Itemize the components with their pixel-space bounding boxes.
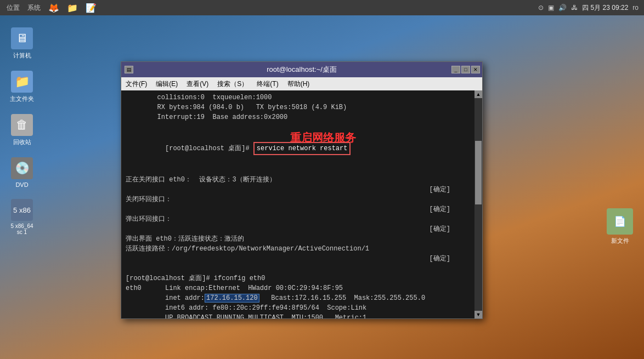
newfile-icon: 📄 bbox=[607, 208, 633, 235]
desktop-icon-home[interactable]: 📁 主文件夹 bbox=[2, 71, 42, 103]
line-17: inet addr:172.16.15.120 Bcast:172.16.15.… bbox=[126, 293, 472, 303]
taskbar-left: 位置 系统 🦊 📁 📝 bbox=[0, 2, 99, 14]
menu-terminal[interactable]: 终端(T) bbox=[252, 78, 283, 90]
taskbar-right: ⊙ ▣ 🔊 🖧 四 5月 23 09:22 ro bbox=[538, 3, 644, 13]
ip-address: 172.16.15.120 bbox=[205, 294, 259, 303]
annotation-label: 重启网络服务 bbox=[290, 129, 356, 146]
line-2: RX bytes:984 (984.0 b) TX bytes:5018 (4.… bbox=[126, 102, 472, 112]
line-9: 弹出环回接口： bbox=[126, 214, 472, 224]
scroll-thumb bbox=[475, 141, 482, 204]
line-3: Interrupt:19 Base address:0x2000 bbox=[126, 112, 472, 122]
desktop-icon-trash-label: 回收站 bbox=[13, 138, 31, 146]
line-12: 活跃连接路径：/org/freedesktop/NetworkManager/A… bbox=[126, 244, 472, 254]
terminal-title: root@localhost:~/桌面 bbox=[267, 65, 337, 75]
menu-search[interactable]: 搜索（S） bbox=[213, 78, 252, 90]
desktop-icon-dvd-label: DVD bbox=[15, 181, 28, 188]
line-18: inet6 addr: fe80::20c:29ff:fe94:8f95/64 … bbox=[126, 303, 472, 313]
line-cmd: [root@localhost 桌面]# service network res… bbox=[126, 132, 472, 175]
tray-icon-1: ⊙ bbox=[538, 4, 544, 12]
desktop-icon-newfile-label: 新文件 bbox=[611, 237, 629, 245]
menu-help[interactable]: 帮助(H) bbox=[283, 78, 314, 90]
username: ro bbox=[632, 4, 639, 12]
computer-icon: 🖥 bbox=[11, 27, 33, 49]
prompt-1: [root@localhost 桌面]# bbox=[165, 145, 253, 152]
window-controls: _ □ ✕ bbox=[451, 66, 480, 73]
line-16: eth0 Link encap:Ethernet HWaddr 00:0C:29… bbox=[126, 283, 472, 293]
system-clock: 四 5月 23 09:22 bbox=[582, 3, 628, 13]
line-1: collisions:0 txqueuelen:1000 bbox=[126, 93, 472, 102]
firefox-icon[interactable]: 🦊 bbox=[46, 2, 61, 14]
line-6: [确定] bbox=[126, 185, 472, 195]
line-8: [确定] bbox=[126, 204, 472, 214]
terminal-content: collisions:0 txqueuelen:1000 RX bytes:98… bbox=[121, 90, 482, 318]
menu-edit[interactable]: 编辑(E) bbox=[151, 78, 182, 90]
trash-icon: 🗑 bbox=[11, 114, 33, 136]
confirm-2: [确定] bbox=[430, 206, 450, 213]
terminal-icon: ▤ bbox=[125, 66, 133, 73]
desktop: 位置 系统 🦊 📁 📝 ⊙ ▣ 🔊 🖧 四 5月 23 09:22 ro 🖥 计… bbox=[0, 0, 644, 359]
minimize-button[interactable]: _ bbox=[451, 66, 460, 73]
desktop-icon-disk[interactable]: 5 x86 5 x86_64sc 1 bbox=[2, 199, 42, 235]
close-button[interactable]: ✕ bbox=[471, 66, 480, 73]
dvd-icon: 💿 bbox=[11, 157, 33, 179]
confirm-1: [确定] bbox=[430, 186, 450, 193]
line-5: 正在关闭接口 eth0： 设备状态：3（断开连接） bbox=[126, 175, 472, 185]
terminal-titlebar: ▤ root@localhost:~/桌面 _ □ ✕ bbox=[121, 62, 482, 77]
confirm-3: [确定] bbox=[430, 225, 450, 233]
desktop-icons-left: 🖥 计算机 📁 主文件夹 🗑 回收站 💿 DVD 5 x86 5 x86_64s… bbox=[0, 22, 44, 235]
line-19: UP BROADCAST RUNNING MULTICAST MTU:1500 … bbox=[126, 313, 472, 318]
terminal-scrollbar[interactable]: ▲ ▼ bbox=[474, 90, 482, 318]
line-10: [确定] bbox=[126, 224, 472, 234]
confirm-4: [确定] bbox=[430, 255, 450, 263]
desktop-icon-computer-label: 计算机 bbox=[13, 52, 31, 60]
tray-icon-2: ▣ bbox=[548, 4, 554, 12]
desktop-icon-home-label: 主文件夹 bbox=[10, 95, 34, 103]
tray-volume: 🔊 bbox=[558, 4, 567, 12]
line-13: [确定] bbox=[126, 254, 472, 264]
maximize-button[interactable]: □ bbox=[461, 66, 470, 73]
texteditor-icon[interactable]: 📝 bbox=[83, 2, 99, 14]
taskbar-top: 位置 系统 🦊 📁 📝 ⊙ ▣ 🔊 🖧 四 5月 23 09:22 ro bbox=[0, 0, 644, 15]
taskbar-item-place[interactable]: 位置 bbox=[4, 2, 22, 14]
home-icon: 📁 bbox=[11, 71, 33, 93]
desktop-icon-computer[interactable]: 🖥 计算机 bbox=[2, 27, 42, 60]
disk-icon: 5 x86 bbox=[11, 199, 33, 221]
scroll-up-arrow[interactable]: ▲ bbox=[474, 90, 482, 98]
menu-view[interactable]: 查看(V) bbox=[182, 78, 213, 90]
line-14 bbox=[126, 264, 472, 273]
menu-file[interactable]: 文件(F) bbox=[121, 78, 151, 90]
tray-network: 🖧 bbox=[571, 4, 578, 12]
terminal-menubar: 文件(F) 编辑(E) 查看(V) 搜索（S） 终端(T) 帮助(H) bbox=[121, 77, 482, 90]
desktop-icon-dvd[interactable]: 💿 DVD bbox=[2, 157, 42, 188]
line-11: 弹出界面 eth0：活跃连接状态：激活的 bbox=[126, 234, 472, 244]
desktop-icon-trash[interactable]: 🗑 回收站 bbox=[2, 114, 42, 146]
terminal-window: ▤ root@localhost:~/桌面 _ □ ✕ 文件(F) 编辑(E) … bbox=[121, 61, 483, 319]
filemanager-icon[interactable]: 📁 bbox=[65, 2, 80, 14]
desktop-icon-disk-label: 5 x86_64sc 1 bbox=[10, 223, 33, 235]
desktop-icon-newfile[interactable]: 📄 新文件 bbox=[607, 208, 633, 245]
line-15: [root@localhost 桌面]# ifconfig eth0 bbox=[126, 273, 472, 283]
taskbar-item-system[interactable]: 系统 bbox=[25, 2, 43, 14]
scroll-down-arrow[interactable]: ▼ bbox=[474, 311, 482, 318]
line-7: 关闭环回接口： bbox=[126, 195, 472, 204]
